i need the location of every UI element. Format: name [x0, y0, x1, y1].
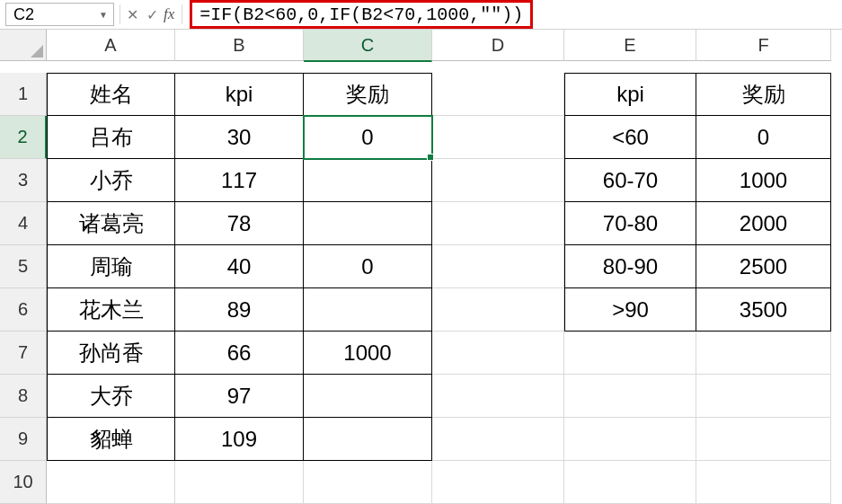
- cell-A8[interactable]: 大乔: [47, 375, 175, 418]
- col-header-F[interactable]: F: [696, 30, 831, 61]
- row-header-10[interactable]: 10: [0, 461, 47, 504]
- cell-E7[interactable]: [564, 332, 696, 375]
- row-header-5[interactable]: 5: [0, 245, 47, 288]
- cell-C9[interactable]: [304, 418, 432, 461]
- cell-B4[interactable]: 78: [175, 202, 304, 245]
- cell-A3[interactable]: 小乔: [47, 159, 175, 202]
- cell-B1[interactable]: kpi: [175, 73, 304, 116]
- cell-C10[interactable]: [304, 461, 432, 504]
- fx-icon[interactable]: fx: [162, 5, 180, 23]
- cell-D4[interactable]: [432, 202, 564, 245]
- cell-B2[interactable]: 30: [175, 116, 304, 159]
- col-header-C[interactable]: C: [304, 30, 432, 62]
- cell-F1[interactable]: 奖励: [696, 73, 831, 116]
- col-header-B[interactable]: B: [175, 30, 304, 61]
- row-header-6[interactable]: 6: [0, 288, 47, 332]
- cell-F4[interactable]: 2000: [696, 202, 831, 245]
- cell-E8[interactable]: [564, 375, 696, 418]
- cell-F9[interactable]: [696, 418, 831, 461]
- cell-A4[interactable]: 诸葛亮: [47, 202, 175, 245]
- cell-A1[interactable]: 姓名: [47, 73, 175, 116]
- formula-bar: C2 ▼ ✕ ✓ fx =IF(B2<60,0,IF(B2<70,1000,""…: [0, 0, 842, 30]
- cell-D5[interactable]: [432, 245, 564, 288]
- cell-B5[interactable]: 40: [175, 245, 304, 288]
- separator: [120, 4, 120, 24]
- cell-F2[interactable]: 0: [696, 116, 831, 159]
- cell-A5[interactable]: 周瑜: [47, 245, 175, 288]
- cell-A9[interactable]: 貂蝉: [47, 418, 175, 461]
- cell-A6[interactable]: 花木兰: [47, 288, 175, 332]
- cell-A10[interactable]: [47, 461, 175, 504]
- cell-D9[interactable]: [432, 418, 564, 461]
- name-box[interactable]: C2 ▼: [5, 3, 114, 26]
- row-header-9[interactable]: 9: [0, 418, 47, 461]
- cell-D2[interactable]: [432, 116, 564, 159]
- cell-C6[interactable]: [304, 288, 432, 332]
- row-header-7[interactable]: 7: [0, 332, 47, 375]
- col-header-E[interactable]: E: [564, 30, 696, 61]
- cell-F7[interactable]: [696, 332, 831, 375]
- row-header-4[interactable]: 4: [0, 202, 47, 245]
- cell-A2[interactable]: 吕布: [47, 116, 175, 159]
- cell-B6[interactable]: 89: [175, 288, 304, 332]
- cell-E6[interactable]: >90: [564, 288, 696, 332]
- cell-B7[interactable]: 66: [175, 332, 304, 375]
- cell-B9[interactable]: 109: [175, 418, 304, 461]
- cell-E9[interactable]: [564, 418, 696, 461]
- formula-text[interactable]: =IF(B2<60,0,IF(B2<70,1000,"")): [190, 0, 533, 29]
- select-all-corner[interactable]: [0, 30, 47, 61]
- cell-D7[interactable]: [432, 332, 564, 375]
- cell-B10[interactable]: [175, 461, 304, 504]
- col-header-A[interactable]: A: [47, 30, 175, 61]
- cell-C5[interactable]: 0: [304, 245, 432, 288]
- cancel-icon[interactable]: ✕: [122, 2, 142, 27]
- name-box-value: C2: [13, 5, 34, 24]
- cell-C8[interactable]: [304, 375, 432, 418]
- cell-C3[interactable]: [304, 159, 432, 202]
- cell-E3[interactable]: 60-70: [564, 159, 696, 202]
- cell-C1[interactable]: 奖励: [304, 73, 432, 116]
- chevron-down-icon[interactable]: ▼: [99, 10, 108, 20]
- cell-D6[interactable]: [432, 288, 564, 332]
- cell-E4[interactable]: 70-80: [564, 202, 696, 245]
- cell-C2[interactable]: 0: [304, 116, 432, 159]
- cell-F8[interactable]: [696, 375, 831, 418]
- cell-F6[interactable]: 3500: [696, 288, 831, 332]
- cell-D10[interactable]: [432, 461, 564, 504]
- row-header-1[interactable]: 1: [0, 73, 47, 116]
- cell-D8[interactable]: [432, 375, 564, 418]
- cell-D1[interactable]: [432, 73, 564, 116]
- cell-F5[interactable]: 2500: [696, 245, 831, 288]
- cell-E1[interactable]: kpi: [564, 73, 696, 116]
- cell-E5[interactable]: 80-90: [564, 245, 696, 288]
- cell-E2[interactable]: <60: [564, 116, 696, 159]
- row-header-2[interactable]: 2: [0, 116, 47, 159]
- row-header-3[interactable]: 3: [0, 159, 47, 202]
- spreadsheet-grid[interactable]: A B C D E F 1 姓名 kpi 奖励 kpi 奖励 2 吕布 30 0…: [0, 30, 842, 504]
- cell-C7[interactable]: 1000: [304, 332, 432, 375]
- col-header-D[interactable]: D: [432, 30, 564, 61]
- cell-E10[interactable]: [564, 461, 696, 504]
- row-header-8[interactable]: 8: [0, 375, 47, 418]
- formula-input-wrap[interactable]: =IF(B2<60,0,IF(B2<70,1000,"")): [184, 0, 842, 29]
- cell-B3[interactable]: 117: [175, 159, 304, 202]
- cell-A7[interactable]: 孙尚香: [47, 332, 175, 375]
- cell-F10[interactable]: [696, 461, 831, 504]
- cell-F3[interactable]: 1000: [696, 159, 831, 202]
- cell-B8[interactable]: 97: [175, 375, 304, 418]
- cell-C4[interactable]: [304, 202, 432, 245]
- enter-icon[interactable]: ✓: [142, 2, 162, 27]
- separator: [182, 4, 182, 24]
- cell-D3[interactable]: [432, 159, 564, 202]
